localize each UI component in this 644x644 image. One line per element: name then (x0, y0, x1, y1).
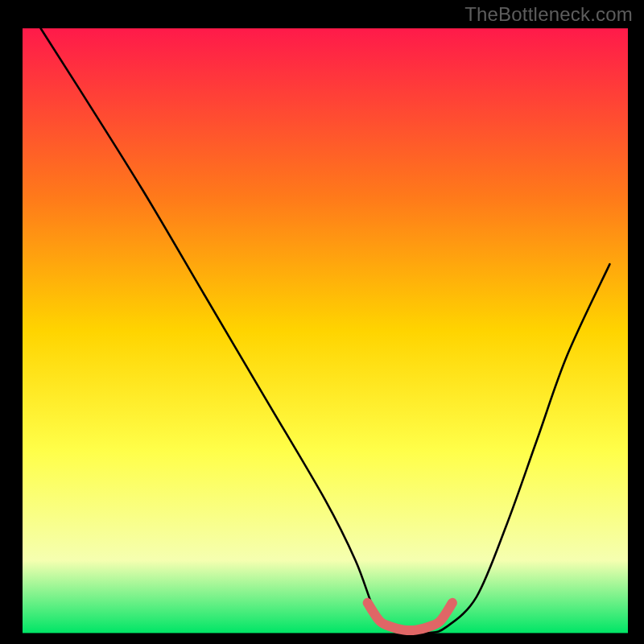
bottleneck-chart (0, 0, 644, 644)
chart-frame: TheBottleneck.com (0, 0, 644, 644)
watermark-text: TheBottleneck.com (464, 3, 633, 26)
plot-background (23, 28, 628, 633)
